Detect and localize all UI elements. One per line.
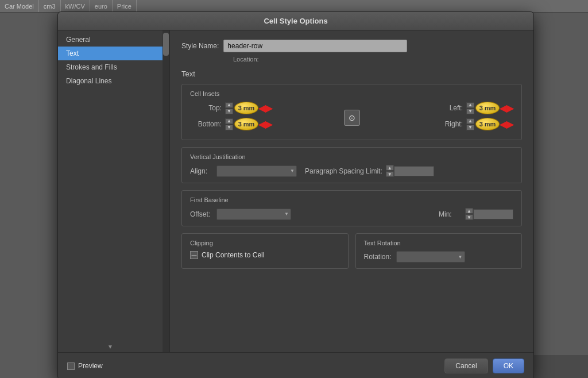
bottom-spinner-up[interactable]: ▲ xyxy=(225,118,233,124)
bottom-spinner-arrows[interactable]: ▲ ▼ xyxy=(225,118,233,130)
left-value-oval: 3 mm xyxy=(475,102,500,114)
left-spinner-down[interactable]: ▼ xyxy=(466,109,474,114)
rotation-row: Rotation: xyxy=(364,251,514,263)
fb-min-up[interactable]: ▲ xyxy=(465,208,473,214)
sidebar-item-general[interactable]: General xyxy=(58,33,169,47)
sidebar-scrollbar-thumb xyxy=(163,33,169,56)
clip-checkbox-row: — Clip Contents to Cell xyxy=(190,251,340,259)
sidebar-item-text[interactable]: Text xyxy=(58,47,169,60)
para-spacing-input[interactable] xyxy=(394,166,434,176)
footer-buttons: Cancel OK xyxy=(444,358,524,373)
fb-min-arrows[interactable]: ▲ ▼ xyxy=(465,208,473,220)
top-red-arrow: ◀▶ xyxy=(258,103,272,114)
fb-offset-group: Offset: xyxy=(190,209,291,220)
para-spacing-spinner: ▲ ▼ xyxy=(386,165,434,177)
para-spacing-down[interactable]: ▼ xyxy=(386,171,394,177)
preview-checkbox[interactable] xyxy=(67,362,75,370)
fb-min-label: Min: xyxy=(439,210,462,218)
rotation-select[interactable] xyxy=(396,251,465,263)
right-spinner-arrows[interactable]: ▲ ▼ xyxy=(466,118,474,130)
fb-row: Offset: Min: ▲ ▼ xyxy=(190,208,513,220)
right-spinner: ▲ ▼ 3 mm ◀▶ xyxy=(466,118,513,130)
right-value-oval: 3 mm xyxy=(475,118,500,130)
text-rotation-panel: Text Rotation Rotation: xyxy=(355,233,523,269)
bottom-spinner-down[interactable]: ▼ xyxy=(225,125,233,130)
left-spinner-up[interactable]: ▲ xyxy=(466,102,474,108)
clip-checkbox-icon: — xyxy=(190,251,198,259)
clipping-title: Clipping xyxy=(190,240,340,246)
bg-cell-carmodel: Car Model xyxy=(0,0,39,12)
dialog-title: Cell Style Options xyxy=(58,12,533,30)
sidebar-scrollbar[interactable] xyxy=(163,30,169,352)
bottom-label: Bottom: xyxy=(190,120,222,128)
vj-align-label: Align: xyxy=(190,167,213,175)
clip-rotation-row: Clipping — Clip Contents to Cell Text Ro… xyxy=(181,233,522,269)
background-table: Car Model cm3 kW/CV euro Price xyxy=(0,0,588,13)
fb-offset-select[interactable] xyxy=(216,209,291,220)
bg-cell-kwcv: kW/CV xyxy=(61,0,90,12)
right-spinner-up[interactable]: ▲ xyxy=(466,118,474,124)
top-spinner-down[interactable]: ▼ xyxy=(225,109,233,114)
insets-right-col: Left: ▲ ▼ 3 mm ◀▶ xyxy=(369,102,514,134)
fb-min-spinner: ▲ ▼ xyxy=(465,208,513,220)
cell-insets-title: Cell Insets xyxy=(190,90,513,97)
vertical-justification-panel: Vertical Justification Align: Paragraph … xyxy=(181,147,522,183)
fb-offset-label: Offset: xyxy=(190,210,213,218)
vj-row: Align: Paragraph Spacing Limit: ▲ xyxy=(190,165,513,177)
cell-style-options-dialog: Cell Style Options General Text Strokes … xyxy=(57,11,534,378)
rotation-select-wrapper xyxy=(396,251,465,263)
vj-align-group: Align: xyxy=(190,165,297,177)
preview-row: Preview xyxy=(67,362,103,370)
insets-center-icon[interactable]: ⊙ xyxy=(344,110,360,126)
right-red-arrow: ◀▶ xyxy=(500,119,513,130)
style-name-input[interactable] xyxy=(223,40,407,52)
right-label: Right: xyxy=(431,120,463,128)
fb-min-group: Min: ▲ ▼ xyxy=(439,208,513,220)
vj-align-select[interactable] xyxy=(216,165,297,177)
sidebar-item-diagonal-lines[interactable]: Diagonal Lines xyxy=(58,74,169,88)
style-name-label: Style Name: xyxy=(181,42,219,50)
left-spinner: ▲ ▼ 3 mm ◀▶ xyxy=(466,102,513,114)
left-label: Left: xyxy=(431,104,463,112)
insets-center-icon-container: ⊙ xyxy=(341,110,363,126)
bottom-spinner: ▲ ▼ 3 mm ◀▶ xyxy=(225,118,272,130)
top-value-oval: 3 mm xyxy=(234,102,258,114)
first-baseline-panel: First Baseline Offset: Min: xyxy=(181,190,522,226)
fb-min-input[interactable] xyxy=(473,209,513,219)
para-spacing-up[interactable]: ▲ xyxy=(386,165,394,171)
sidebar-scroll-bottom-arrow: ▼ xyxy=(58,344,163,350)
top-spinner-up[interactable]: ▲ xyxy=(225,102,233,108)
sidebar-item-strokes-fills[interactable]: Strokes and Fills xyxy=(58,60,169,74)
preview-label: Preview xyxy=(78,362,103,370)
bg-cell-cm3: cm3 xyxy=(39,0,61,12)
left-spinner-arrows[interactable]: ▲ ▼ xyxy=(466,102,474,114)
top-spinner-arrows[interactable]: ▲ ▼ xyxy=(225,102,233,114)
para-spacing-group: Paragraph Spacing Limit: ▲ ▼ xyxy=(305,165,434,177)
ok-button[interactable]: OK xyxy=(493,358,524,373)
text-rotation-title: Text Rotation xyxy=(364,240,514,246)
first-baseline-title: First Baseline xyxy=(190,196,513,203)
main-content: Style Name: Location: Text Cell Insets T… xyxy=(170,30,533,352)
vertical-justification-title: Vertical Justification xyxy=(190,153,513,160)
para-spacing-arrows[interactable]: ▲ ▼ xyxy=(386,165,394,177)
right-inset-row: Right: ▲ ▼ 3 mm ◀▶ xyxy=(369,118,514,130)
rotation-label: Rotation: xyxy=(364,253,392,261)
cell-insets-panel: Cell Insets Top: ▲ ▼ 3 mm xyxy=(181,84,522,140)
clip-label: Clip Contents to Cell xyxy=(202,251,264,259)
para-spacing-label: Paragraph Spacing Limit: xyxy=(305,167,382,175)
top-inset-row: Top: ▲ ▼ 3 mm ◀▶ xyxy=(190,102,335,114)
cancel-button[interactable]: Cancel xyxy=(444,358,488,373)
section-title: Text xyxy=(181,70,522,78)
sidebar: General Text Strokes and Fills Diagonal … xyxy=(58,30,170,352)
clipping-panel: Clipping — Clip Contents to Cell xyxy=(181,233,349,269)
left-inset-row: Left: ▲ ▼ 3 mm ◀▶ xyxy=(369,102,514,114)
style-name-row: Style Name: xyxy=(181,40,522,52)
bg-cell-price: Price xyxy=(113,0,137,12)
top-spinner: ▲ ▼ 3 mm ◀▶ xyxy=(225,102,272,114)
right-spinner-down[interactable]: ▼ xyxy=(466,125,474,130)
bottom-red-arrow: ◀▶ xyxy=(258,119,272,130)
insets-left-col: Top: ▲ ▼ 3 mm ◀▶ xyxy=(190,102,335,134)
top-label: Top: xyxy=(190,104,222,112)
fb-offset-select-wrapper xyxy=(216,209,291,220)
fb-min-down[interactable]: ▼ xyxy=(465,214,473,220)
